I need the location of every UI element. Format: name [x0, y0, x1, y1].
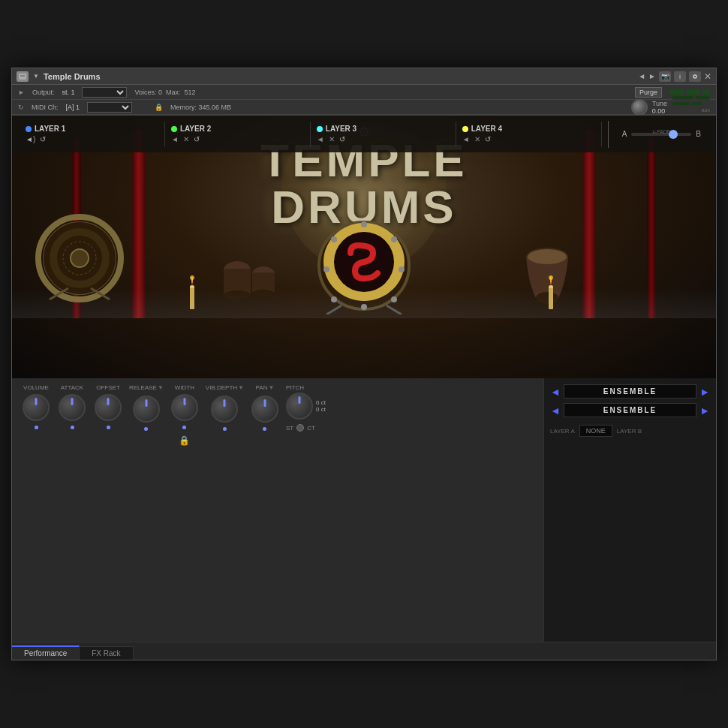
- layer4-mute-icon[interactable]: ◄: [462, 135, 470, 143]
- instrument-area: ⚙ TEMPLE DRUMS: [12, 115, 716, 378]
- vibdepth-indicator: [223, 427, 227, 431]
- tune-value: 0.00: [652, 107, 667, 115]
- svg-point-40: [549, 275, 553, 280]
- layer4-label: LAYER 4: [471, 125, 502, 133]
- svg-point-25: [391, 296, 397, 302]
- meter-bar-right: [686, 89, 701, 95]
- layer2-item[interactable]: LAYER 2 ◄ ✕ ↺: [165, 122, 311, 146]
- svg-point-28: [323, 266, 329, 272]
- tab-fx-rack[interactable]: FX Rack: [80, 646, 133, 660]
- release-dropdown-icon[interactable]: ▼: [158, 384, 164, 391]
- width-knob[interactable]: [171, 394, 198, 421]
- instrument-icon: [17, 71, 29, 82]
- offset-knob[interactable]: [95, 394, 122, 421]
- label-b: B: [696, 130, 701, 138]
- volume-group: VOLUME: [21, 384, 51, 429]
- svg-point-17: [252, 290, 275, 297]
- ensemble1-label: ENSEMBLE: [564, 384, 696, 399]
- ensemble2-next-button[interactable]: ►: [699, 405, 710, 417]
- release-knob[interactable]: [133, 396, 160, 423]
- knobs-area: VOLUME ATTACK OFFSET RELEASE ▼: [12, 378, 543, 642]
- ensemble-row1: ◄ ENSEMBLE ►: [550, 384, 710, 399]
- tune-knob[interactable]: [631, 99, 648, 116]
- layer1-loop-icon[interactable]: ↺: [40, 135, 46, 143]
- layer2-x-icon[interactable]: ✕: [183, 135, 189, 143]
- attack-knob[interactable]: [59, 394, 86, 421]
- layer3-x-icon[interactable]: ✕: [329, 135, 335, 143]
- release-indicator: [144, 427, 148, 431]
- layer1-speaker-icon[interactable]: ◄): [26, 135, 35, 143]
- pitch-value2: 0 ct: [316, 406, 326, 413]
- offset-group: OFFSET: [93, 384, 123, 429]
- tab-performance[interactable]: Performance: [12, 645, 80, 660]
- layer-ab-row: LAYER A NONE LAYER B: [550, 425, 710, 437]
- volume-indicator: [35, 426, 38, 429]
- volume-knob[interactable]: [23, 394, 50, 421]
- svg-point-2: [693, 75, 696, 78]
- ab-crossfade: A x-FADE B: [615, 130, 708, 138]
- layer4-loop-icon[interactable]: ↺: [485, 135, 491, 143]
- release-label: RELEASE: [129, 384, 157, 391]
- crossfade-label: x-FADE: [652, 129, 670, 134]
- camera-button[interactable]: 📷: [659, 71, 671, 82]
- top-bar: ▼ Temple Drums ◄ ► 📷 i ✕: [12, 68, 716, 85]
- pan-label: PAN: [256, 384, 268, 391]
- pan-knob[interactable]: [251, 396, 278, 423]
- vibdepth-dropdown-icon[interactable]: ▼: [238, 384, 244, 391]
- layer-bar: LAYER 1 ◄) ↺ LAYER 2 ◄ ✕ ↺: [12, 115, 716, 152]
- layer3-loop-icon[interactable]: ↺: [339, 135, 345, 143]
- svg-point-22: [361, 221, 367, 227]
- pan-indicator: [263, 427, 266, 431]
- meter-bar-extra: [702, 89, 710, 95]
- st-label: ST: [286, 425, 293, 432]
- layer4-x-icon[interactable]: ✕: [474, 135, 480, 143]
- output-dropdown[interactable]: [82, 87, 127, 98]
- svg-rect-35: [190, 287, 194, 309]
- pitch-knob[interactable]: [286, 393, 313, 420]
- offset-label: OFFSET: [96, 384, 120, 391]
- layer2-mute-icon[interactable]: ◄: [171, 135, 179, 143]
- none-button[interactable]: NONE: [579, 425, 612, 437]
- pillar-right: [582, 130, 596, 318]
- close-button[interactable]: ✕: [704, 71, 711, 82]
- layer3-item[interactable]: LAYER 3 ◄ ✕ ↺: [311, 122, 456, 146]
- svg-line-31: [387, 305, 402, 314]
- ensemble1-next-button[interactable]: ►: [699, 386, 710, 398]
- svg-point-23: [391, 236, 397, 242]
- layer3-mute-icon[interactable]: ◄: [317, 135, 324, 143]
- kick-drum: [311, 217, 417, 314]
- info-button[interactable]: i: [674, 71, 686, 82]
- memory-info: Memory: 345.06 MB: [170, 104, 231, 111]
- output-bar: ► Output: st. 1 Voices: 0 Max: 512 Purge: [12, 85, 716, 100]
- candle-left: [185, 272, 200, 312]
- nav-next-button[interactable]: ►: [648, 72, 656, 80]
- output-value: st. 1: [62, 89, 74, 96]
- midi-dropdown[interactable]: [87, 102, 132, 113]
- vibdepth-group: VIB.DEPTH ▼: [206, 384, 244, 431]
- vibdepth-knob[interactable]: [211, 396, 238, 423]
- midi-value: [A] 1: [66, 104, 80, 111]
- attack-label: ATTACK: [61, 384, 83, 391]
- width-label: WIDTH: [175, 384, 194, 391]
- pan-group: PAN ▼: [250, 384, 280, 431]
- layer4-dot: [462, 126, 468, 132]
- nav-prev-button[interactable]: ◄: [638, 72, 645, 80]
- layer4-item[interactable]: LAYER 4 ◄ ✕ ↺: [456, 122, 602, 146]
- svg-point-27: [331, 296, 337, 302]
- ensemble1-prev-button[interactable]: ◄: [550, 386, 561, 398]
- attack-group: ATTACK: [57, 384, 87, 429]
- ct-label: CT: [307, 425, 315, 432]
- ensemble2-prev-button[interactable]: ◄: [550, 405, 561, 417]
- pillar-left: [132, 130, 146, 318]
- layer2-loop-icon[interactable]: ↺: [194, 135, 200, 143]
- layer1-item[interactable]: LAYER 1 ◄) ↺: [20, 122, 165, 146]
- svg-point-26: [361, 304, 367, 310]
- lock-icon[interactable]: 🔒: [179, 435, 190, 446]
- st-toggle[interactable]: [296, 424, 304, 432]
- svg-point-24: [399, 266, 405, 272]
- pitch-value1: 0 ct: [316, 399, 326, 406]
- pan-dropdown-icon[interactable]: ▼: [268, 384, 274, 391]
- settings-button[interactable]: [689, 71, 701, 82]
- dropdown-arrow-icon[interactable]: ▼: [33, 73, 39, 80]
- voices-info: Voices: 0 Max: 512: [134, 89, 195, 96]
